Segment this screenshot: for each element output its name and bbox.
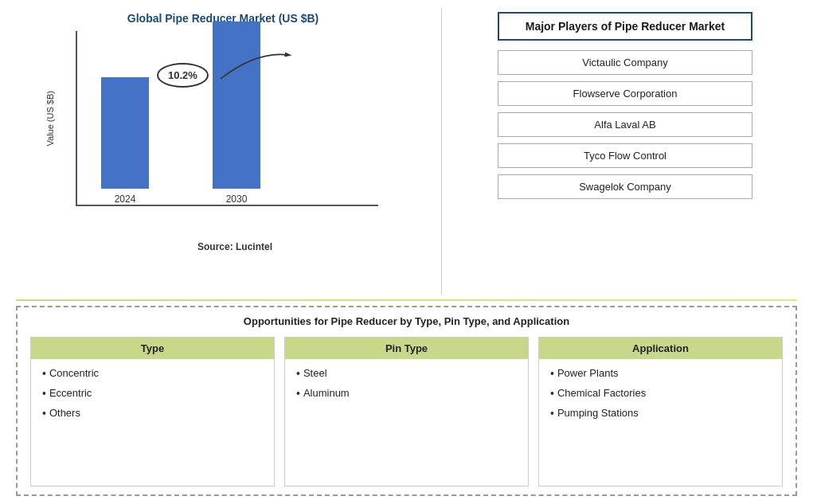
type-item-3: • Others xyxy=(42,407,263,420)
player-item-2: Flowserve Corporation xyxy=(498,81,752,106)
application-item-2: • Chemical Factories xyxy=(550,387,771,400)
bullet-icon: • xyxy=(42,407,46,420)
pin-type-column: Pin Type • Steel • Aluminum xyxy=(284,337,529,486)
player-item-5: Swagelok Company xyxy=(498,174,752,199)
type-item-1: • Concentric xyxy=(42,367,263,381)
top-section: Global Pipe Reducer Market (US $B) Value… xyxy=(16,8,797,295)
pin-type-item-1: • Steel xyxy=(296,367,517,381)
bullet-icon: • xyxy=(296,387,300,400)
bar-2024: 2024 xyxy=(101,77,149,205)
application-item-1: • Power Plants xyxy=(550,367,771,381)
pin-type-header: Pin Type xyxy=(285,338,528,359)
bar-2024-label: 2024 xyxy=(115,193,136,205)
player-item-3: Alfa Laval AB xyxy=(498,112,752,137)
main-container: Global Pipe Reducer Market (US $B) Value… xyxy=(0,0,813,504)
players-area: Major Players of Pipe Reducer Market Vic… xyxy=(453,8,797,295)
application-content: • Power Plants • Chemical Factories • Pu… xyxy=(539,359,782,486)
bullet-icon: • xyxy=(550,367,554,381)
player-item-1: Victaulic Company xyxy=(498,50,752,75)
y-axis-label: Value (US $B) xyxy=(45,91,55,147)
bar-2030-label: 2030 xyxy=(226,193,248,205)
type-header: Type xyxy=(31,338,274,359)
pin-type-item-2: • Aluminum xyxy=(296,387,517,400)
player-item-4: Tyco Flow Control xyxy=(498,143,752,168)
opportunities-title: Opportunities for Pipe Reducer by Type, … xyxy=(30,315,783,327)
columns-row: Type • Concentric • Eccentric • Others xyxy=(30,337,783,486)
bullet-icon: • xyxy=(550,387,554,400)
type-content: • Concentric • Eccentric • Others xyxy=(31,359,274,486)
bar-2024-rect xyxy=(101,77,149,189)
type-item-2: • Eccentric xyxy=(42,387,263,400)
chart-area: Global Pipe Reducer Market (US $B) Value… xyxy=(16,8,430,295)
players-title: Major Players of Pipe Reducer Market xyxy=(498,12,752,41)
bottom-section: Opportunities for Pipe Reducer by Type, … xyxy=(16,306,797,496)
vertical-divider xyxy=(441,8,442,295)
pin-type-content: • Steel • Aluminum xyxy=(285,359,528,486)
application-column: Application • Power Plants • Chemical Fa… xyxy=(538,337,783,486)
source-label: Source: Lucintel xyxy=(197,241,272,252)
application-header: Application xyxy=(539,338,782,359)
bullet-icon: • xyxy=(42,367,46,381)
type-column: Type • Concentric • Eccentric • Others xyxy=(30,337,275,486)
bar-2030: 2030 xyxy=(213,21,260,205)
bullet-icon: • xyxy=(296,367,300,381)
application-item-3: • Pumping Stations xyxy=(550,407,771,420)
bar-2030-rect xyxy=(213,21,260,189)
bullet-icon: • xyxy=(550,407,554,420)
cagr-bubble: 10.2% xyxy=(157,63,209,88)
bullet-icon: • xyxy=(42,387,46,400)
section-divider xyxy=(16,299,797,301)
